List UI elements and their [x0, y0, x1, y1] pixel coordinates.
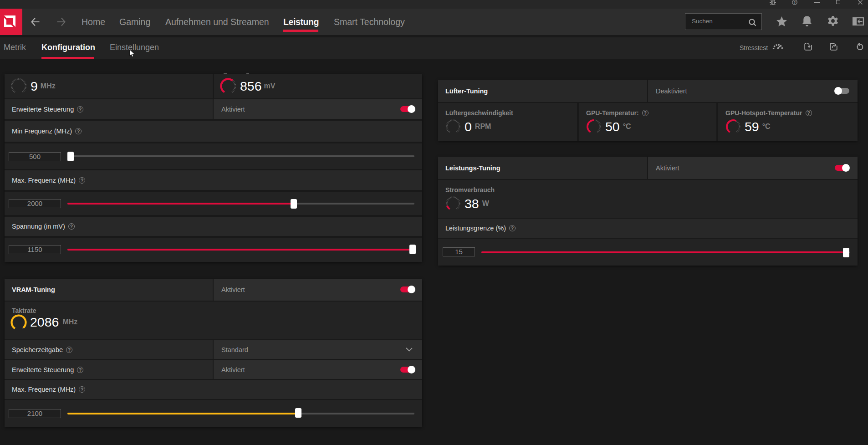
svg-text:?: ?	[794, 0, 796, 5]
